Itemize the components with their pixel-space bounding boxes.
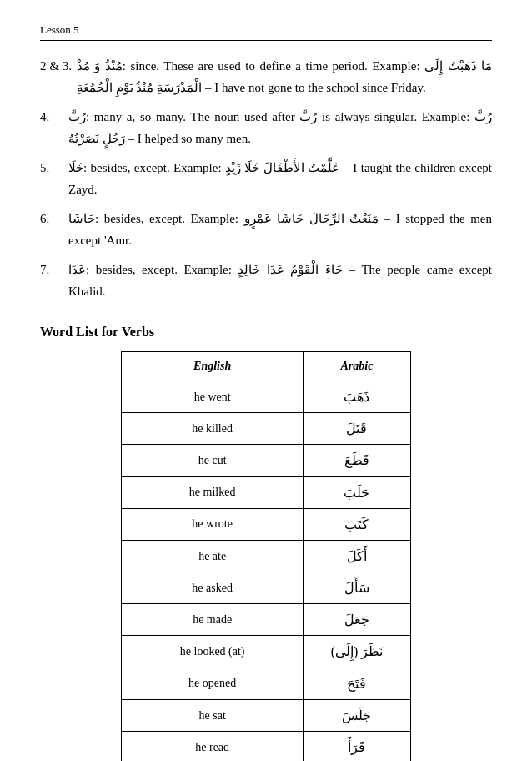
english-cell: he opened <box>122 668 304 699</box>
col-english-header: English <box>122 352 304 381</box>
arabic-cell: جَلَسَ <box>304 699 411 731</box>
table-row: he looked (at)نَظَرَ (إِلَى) <box>122 636 411 668</box>
arabic-cell: حَلَبَ <box>304 476 411 508</box>
english-cell: he made <box>122 604 304 636</box>
arabic-cell: قَرَأَ <box>304 732 411 761</box>
arabic-cell: قَتَلَ <box>304 413 411 445</box>
arabic-cell: نَظَرَ (إِلَى) <box>304 636 411 668</box>
table-row: he cutقَطَعَ <box>122 445 411 476</box>
item-number: 4. <box>40 107 63 149</box>
list-item: 7. عَدَا: besides, except. Example: جَاء… <box>40 260 492 302</box>
table-header-row: English Arabic <box>122 352 411 381</box>
arabic-cell: أَكَلَ <box>304 540 411 572</box>
table-row: he wentذَهَبَ <box>122 380 411 412</box>
item-body: مُنْذُ وَ مُذْ: since. These are used to… <box>77 56 492 98</box>
arabic-example: مَنَعْتُ الرِّجَالَ حَاشَا عَمْرٍو <box>244 212 379 225</box>
item-body: خَلَا: besides, except. Example: عَلَّمْ… <box>68 158 492 200</box>
arabic-text: حَاشَا <box>68 212 95 225</box>
arabic-example: جَاءَ الْقَوْمُ عَدَا خَالِدٍ <box>238 263 343 276</box>
arabic-text: مُنْذُ وَ مُذْ <box>77 59 123 73</box>
english-cell: he wrote <box>122 508 304 540</box>
item-number: 6. <box>40 209 63 251</box>
arabic-text: رُبَّ <box>68 110 86 123</box>
item-number: 5. <box>40 158 63 200</box>
list-item: 5. خَلَا: besides, except. Example: عَلَ… <box>40 158 492 200</box>
english-cell: he killed <box>122 413 304 445</box>
arabic-cell: فَتَحَ <box>304 668 411 699</box>
english-cell: he sat <box>122 699 304 731</box>
arabic-cell: ذَهَبَ <box>304 380 411 412</box>
page: Lesson 5 2 & 3. مُنْذُ وَ مُذْ: since. T… <box>0 0 532 761</box>
english-cell: he went <box>122 380 304 412</box>
english-cell: he looked (at) <box>122 636 304 668</box>
english-cell: he asked <box>122 572 304 604</box>
list-item: 6. حَاشَا: besides, except. Example: مَن… <box>40 209 492 251</box>
item-body: رُبَّ: many a, so many. The noun used af… <box>68 107 492 149</box>
english-cell: he ate <box>122 540 304 572</box>
arabic-text: رُبَّ <box>299 110 317 123</box>
item-number: 7. <box>40 260 63 302</box>
lesson-title: Lesson 5 <box>40 23 79 36</box>
item-number: 2 & 3. <box>40 56 72 98</box>
table-row: he ateأَكَلَ <box>122 540 411 572</box>
arabic-cell: جَعَلَ <box>304 604 411 636</box>
table-row: he askedسَأَلَ <box>122 572 411 604</box>
col-arabic-header: Arabic <box>304 352 411 381</box>
table-row: he readقَرَأَ <box>122 732 411 761</box>
arabic-example: رُبَّ رَجُلٍ نَصَرْتُهُ <box>68 110 492 145</box>
table-row: he killedقَتَلَ <box>122 413 411 445</box>
arabic-example: عَلَّمْتُ الأَطْفَالَ خَلَا زَيْدٍ <box>225 161 339 174</box>
table-row: he wroteكَتَبَ <box>122 508 411 540</box>
list-item: 2 & 3. مُنْذُ وَ مُذْ: since. These are … <box>40 56 492 98</box>
english-cell: he read <box>122 732 304 761</box>
english-cell: he milked <box>122 476 304 508</box>
word-list-table: English Arabic he wentذَهَبَhe killedقَت… <box>121 351 411 761</box>
arabic-text: خَلَا <box>68 161 83 174</box>
arabic-example: مَا ذَهَبْتُ إِلَى الْمَدْرَسَةِ مُنْذُ … <box>77 59 492 94</box>
item-body: عَدَا: besides, except. Example: جَاءَ ا… <box>68 260 492 302</box>
table-row: he madeجَعَلَ <box>122 604 411 636</box>
arabic-cell: قَطَعَ <box>304 445 411 476</box>
table-row: he openedفَتَحَ <box>122 668 411 699</box>
section-heading: Word List for Verbs <box>40 320 492 343</box>
arabic-cell: سَأَلَ <box>304 572 411 604</box>
table-row: he milkedحَلَبَ <box>122 476 411 508</box>
list-item: 4. رُبَّ: many a, so many. The noun used… <box>40 107 492 149</box>
main-content: 2 & 3. مُنْذُ وَ مُذْ: since. These are … <box>40 56 492 761</box>
table-row: he satجَلَسَ <box>122 699 411 731</box>
page-header: Lesson 5 <box>40 23 492 41</box>
arabic-cell: كَتَبَ <box>304 508 411 540</box>
arabic-text: عَدَا <box>68 263 86 276</box>
english-cell: he cut <box>122 445 304 476</box>
item-body: حَاشَا: besides, except. Example: مَنَعْ… <box>68 209 492 251</box>
table-body: he wentذَهَبَhe killedقَتَلَhe cutقَطَعَ… <box>122 380 411 761</box>
